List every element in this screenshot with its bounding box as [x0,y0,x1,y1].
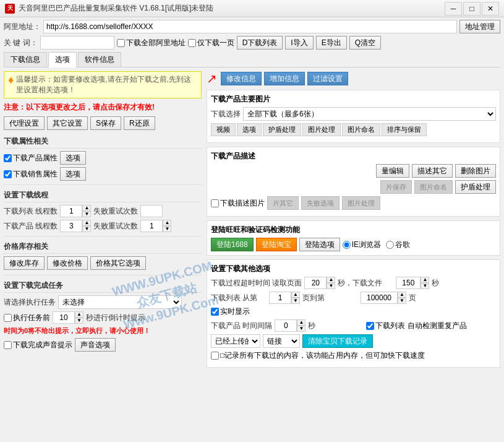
maximize-button[interactable]: □ [463,2,481,15]
check-sound[interactable]: 下载完成声音提示 [4,340,72,350]
url-manage-button[interactable]: 地址管理 [459,20,500,33]
sound-option-button[interactable]: 声音选项 [75,338,116,352]
product-fail-up[interactable]: ▲ [163,220,171,226]
restore-button[interactable]: R还原 [124,116,155,130]
shield-process-button[interactable]: 护盾处理 [455,180,496,194]
product-thread-down[interactable]: ▼ [82,226,91,232]
google-browser-radio[interactable]: 谷歌 [386,240,410,250]
check-auto-detect[interactable]: 下载列表 自动检测重复产品 [366,321,466,331]
add-info-button[interactable]: 增加信息 [264,72,305,85]
product-interval-up[interactable]: ▲ [297,319,305,326]
check-product-attr[interactable]: 下载产品属性 [4,153,58,163]
check-sound-input[interactable] [4,341,12,349]
batch-edit-button[interactable]: 量编辑 [376,164,409,178]
product-thread-up[interactable]: ▲ [82,220,91,226]
product-thread-spinner[interactable]: ▲ ▼ [60,220,91,232]
desc-other-button[interactable]: 描述其它 [412,164,453,178]
close-button[interactable]: ✕ [482,2,499,15]
filter-settings-button[interactable]: 过滤设置 [307,72,348,85]
clear-record-button[interactable]: 清除宝贝下载记录 [302,334,373,348]
check-download-all[interactable]: 下载全部阿里地址 [117,38,186,48]
list-fail-input[interactable] [140,205,163,217]
sale-option-button[interactable]: 选项 [60,167,86,181]
list-to-down[interactable]: ▼ [398,298,406,304]
check-execute-before[interactable]: 执行任务前 [4,313,50,323]
tab-options[interactable]: 选项 [48,52,77,67]
import-button[interactable]: I导入 [285,36,313,50]
product-thread-input[interactable] [60,220,82,232]
delete-img-button[interactable]: 删除图片 [455,164,496,178]
download-list-button[interactable]: D下载列表 [237,36,283,50]
agent-settings-button[interactable]: 代理设置 [4,116,45,130]
download-select[interactable]: 全部下载（最多6张） [243,107,496,121]
task-select[interactable]: 未选择 [58,295,182,309]
product-interval-spinner[interactable]: ▲ ▼ [275,319,305,332]
tab2-sort[interactable]: 排序与保留 [382,123,427,136]
tab2-img-process[interactable]: 图片处理 [302,123,341,136]
img-naming-button[interactable]: 图片命名 [414,180,453,194]
check-execute-before-input[interactable] [4,314,12,322]
login-option-button[interactable]: 登陆选项 [299,238,340,251]
execute-before-down[interactable]: ▼ [75,318,83,324]
list-thread-down[interactable]: ▼ [82,211,91,217]
check-sale-attr[interactable]: 下载销售属性 [4,169,58,180]
list-from-input[interactable] [269,292,291,304]
list-from-down[interactable]: ▼ [291,298,300,304]
tab2-video[interactable]: 视频 [211,123,236,136]
login-taobao-button[interactable]: 登陆淘宝 [256,238,297,251]
tab-download-info[interactable]: 下载信息 [4,52,47,67]
ie-browser-input[interactable] [343,241,351,249]
timeout-file-down[interactable]: ▼ [421,283,429,289]
minimize-button[interactable]: ─ [445,2,462,15]
product-fail-spinner[interactable]: ▲ ▼ [140,220,171,232]
img-process-button[interactable]: 图片处理 [342,196,380,210]
clear-button[interactable]: Q清空 [349,36,381,50]
check-download-one-page[interactable]: 仅下载一页 [188,38,234,48]
product-interval-input[interactable] [275,319,297,332]
timeout-page-down[interactable]: ▼ [327,283,335,289]
check-realtime[interactable]: 实时显示 [211,306,250,317]
fail-option-button[interactable]: 失败选项 [301,196,340,210]
tab2-img-naming[interactable]: 图片命名 [342,123,380,136]
check-product-attr-input[interactable] [4,154,12,162]
product-fail-down[interactable]: ▼ [163,226,171,232]
export-button[interactable]: E导出 [316,36,347,50]
list-from-up[interactable]: ▲ [291,292,300,298]
timeout-file-up[interactable]: ▲ [421,277,429,283]
product-fail-input[interactable] [140,220,163,232]
google-browser-input[interactable] [386,241,394,249]
timeout-file-input[interactable] [396,277,421,289]
timeout-page-up[interactable]: ▲ [327,277,335,283]
save-img-button[interactable]: 片保存 [380,180,412,194]
check-download-all-input[interactable] [117,39,125,47]
list-to-spinner[interactable]: ▲ ▼ [361,292,406,304]
list-thread-up[interactable]: ▲ [82,205,91,211]
list-thread-spinner[interactable]: ▲ ▼ [60,205,91,217]
product-interval-down[interactable]: ▼ [297,326,305,332]
modify-store-button[interactable]: 修改库存 [4,256,45,270]
timeout-page-spinner[interactable]: ▲ ▼ [304,277,335,289]
timeout-file-spinner[interactable]: ▲ ▼ [396,277,429,289]
execute-before-up[interactable]: ▲ [75,311,83,318]
check-sale-attr-input[interactable] [4,170,12,178]
tab2-option[interactable]: 选项 [237,123,262,136]
check-record-all[interactable]: □记录所有下载过的内容，该功能占用内存，但可加快下载速度 [211,350,425,361]
check-download-desc-img-input[interactable] [211,199,219,207]
link-select[interactable]: 链接 [263,334,300,348]
list-thread-input[interactable] [60,205,82,217]
price-other-button[interactable]: 价格其它选项 [90,256,146,270]
check-auto-detect-input[interactable] [366,322,374,330]
save-button[interactable]: S保存 [90,116,121,130]
list-from-spinner[interactable]: ▲ ▼ [269,292,300,304]
modify-info-button[interactable]: 修改信息 [221,72,262,85]
attr-option-button[interactable]: 选项 [60,151,86,165]
uploaded-select[interactable]: 已经上传的 [211,334,260,348]
keyword-input[interactable] [40,36,114,50]
modify-price-button[interactable]: 修改价格 [47,256,88,270]
login-1688-button[interactable]: 登陆1688 [211,238,254,251]
other-settings-button[interactable]: 其它设置 [47,116,88,130]
check-download-one-page-input[interactable] [188,39,196,47]
tab2-shield[interactable]: 护盾处理 [263,123,301,136]
check-download-desc-img[interactable]: 下载描述图片 [211,198,265,209]
ie-browser-radio[interactable]: IE浏览器 [343,240,381,250]
